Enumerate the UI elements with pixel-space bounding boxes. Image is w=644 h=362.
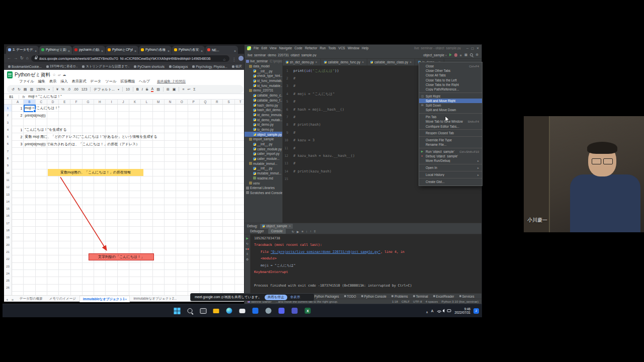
project-tree-item[interactable]: __init__.py xyxy=(245,166,282,171)
project-tree-item[interactable]: check_type_hint... xyxy=(245,73,282,78)
menu-item[interactable]: Help xyxy=(362,46,368,50)
text-color-button[interactable]: A xyxy=(151,87,153,92)
project-tree-item[interactable]: Scratches and Consoles xyxy=(245,191,282,196)
bookmark-star-icon[interactable] xyxy=(223,55,226,62)
browser-tab[interactable]: NE... xyxy=(205,46,238,54)
project-tree-item[interactable]: callable_demo_f... xyxy=(245,98,282,103)
column-header[interactable]: L xyxy=(141,100,152,104)
context-menu-item[interactable]: Move Tab to New Window Shift+F4 xyxy=(419,119,482,124)
menu-item[interactable]: Refactor xyxy=(305,46,317,50)
cell-col-a[interactable]: 1 xyxy=(12,128,24,132)
taskbar-app-icon[interactable] xyxy=(251,306,260,316)
font-select[interactable]: デフォルト... xyxy=(94,87,115,91)
cell-col-b[interactable]: print(id(moji)) xyxy=(24,114,45,117)
browser-tab[interactable]: PythonとCPyth... xyxy=(106,46,138,54)
context-menu-item[interactable]: Configure Editor Tabs... xyxy=(419,124,482,128)
taskbar-clock[interactable]: 9:46 2022/07/31 xyxy=(454,307,470,314)
column-header[interactable]: M xyxy=(153,100,165,104)
breadcrumb-item[interactable]: object_sample.py xyxy=(291,53,316,57)
status-widget[interactable]: 4 spaces xyxy=(426,300,438,303)
tab-close-icon[interactable] xyxy=(68,46,70,54)
align-icon[interactable] xyxy=(182,87,184,91)
tab-x-icon[interactable] xyxy=(362,60,364,64)
project-tree-item[interactable]: caller_import.py xyxy=(245,151,282,156)
undo-icon[interactable] xyxy=(12,87,15,91)
menu-item[interactable]: Window xyxy=(348,46,359,50)
cell-col-a[interactable]: 1 xyxy=(12,107,24,110)
search-everywhere-icon[interactable] xyxy=(470,53,473,56)
stop-icon[interactable]: ■ xyxy=(246,247,249,250)
project-tree-item[interactable]: caller_module... xyxy=(245,156,282,161)
stop-icon[interactable] xyxy=(301,230,303,233)
project-tree-item[interactable]: data_model xyxy=(245,64,282,69)
status-widget[interactable]: CRLF xyxy=(401,300,410,303)
taskbar-app-icon[interactable] xyxy=(198,306,208,316)
menu-item[interactable]: File xyxy=(254,46,259,50)
cell-col-a[interactable]: 2 xyxy=(12,114,24,117)
menu-item[interactable]: VCS xyxy=(339,46,345,50)
print-icon[interactable] xyxy=(24,87,27,91)
tab-close-icon[interactable] xyxy=(134,46,136,54)
project-tree-item[interactable]: callee_module.py xyxy=(245,146,282,151)
context-menu-item[interactable] xyxy=(419,113,482,114)
taskbar-app-icon[interactable] xyxy=(264,306,273,316)
project-tree-item[interactable]: External Libraries xyxy=(245,186,282,191)
move-folder-icon[interactable] xyxy=(58,73,60,77)
context-menu-item[interactable]: Close All Tabs xyxy=(419,73,482,77)
tool-window-button[interactable]: Python Console xyxy=(361,295,386,298)
tool-window-button[interactable]: Terminal xyxy=(413,295,428,298)
redo-icon[interactable] xyxy=(18,87,21,91)
taskbar-app-icon[interactable] xyxy=(185,306,195,316)
menu-item[interactable]: 編集 xyxy=(38,79,45,84)
project-tree-item[interactable]: id_func_mutable... xyxy=(245,83,282,88)
project-tree-item[interactable]: readme.md xyxy=(245,176,282,181)
project-tree-item[interactable]: mutable_immut... xyxy=(245,161,282,166)
project-tree-item[interactable]: id_func_immutab... xyxy=(245,78,282,83)
column-header[interactable]: F xyxy=(70,100,82,104)
column-header[interactable]: H xyxy=(94,100,106,104)
close-window-icon[interactable] xyxy=(476,46,479,50)
rerun-icon[interactable]: ↻ xyxy=(292,230,294,233)
bookmark-item[interactable]: Galapagos xyxy=(169,65,188,68)
menu-item[interactable]: 拡張機能 xyxy=(120,79,135,84)
spreadsheet-row[interactable]: 2 print(id(moji)) xyxy=(12,112,46,119)
view-options-icon[interactable]: ≡ xyxy=(314,230,316,233)
taskbar-app-icon[interactable] xyxy=(290,306,299,316)
wrap-icon[interactable] xyxy=(187,87,190,91)
context-menu-item[interactable]: Split Down xyxy=(419,103,482,108)
bookmark-item[interactable]: Psychology, Physica... xyxy=(192,65,227,68)
sheet-tab[interactable]: immutableなオブジェクト1 xyxy=(79,296,130,302)
project-tree-item[interactable]: hash_demo.py xyxy=(245,103,282,108)
file-link[interactable]: "D:/projects/live_seminar/demo_220731/ob… xyxy=(271,250,380,254)
menu-item[interactable]: View xyxy=(270,46,277,50)
increase-decimal-button[interactable]: .00 xyxy=(73,87,78,91)
number-format-button[interactable]: 123 xyxy=(82,87,88,91)
tab-x-icon[interactable] xyxy=(315,60,317,64)
project-tree-item[interactable]: import_sample xyxy=(245,137,282,142)
tab-x-icon[interactable] xyxy=(289,224,291,228)
project-tree-item[interactable]: venv xyxy=(245,180,282,186)
project-tree-item[interactable]: callable_demo_c... xyxy=(245,93,282,98)
context-menu-item[interactable]: Local History xyxy=(419,172,482,177)
column-header[interactable]: N xyxy=(165,100,176,104)
context-menu-item[interactable]: Open In xyxy=(419,165,482,170)
run-config-select[interactable]: object_sample xyxy=(423,53,447,57)
column-header[interactable]: E xyxy=(59,100,70,104)
context-menu-item[interactable]: Reopen Closed Tab xyxy=(419,131,482,135)
project-tree-item[interactable]: id_demo_immuta... xyxy=(245,113,282,118)
profile-avatar[interactable] xyxy=(238,56,244,61)
context-menu-item[interactable] xyxy=(419,93,482,93)
stop-sharing-button[interactable]: 共有を停止 xyxy=(265,295,287,300)
browser-tab[interactable]: Pythonの各実非... xyxy=(172,46,205,54)
sheet-tab[interactable]: immutableなオブジェクト2... xyxy=(130,296,180,302)
column-header[interactable]: K xyxy=(129,100,141,104)
column-header[interactable]: B xyxy=(24,100,35,104)
debug-tab[interactable]: Console xyxy=(268,229,286,234)
bold-button[interactable]: B xyxy=(136,87,139,91)
step-over-icon[interactable]: ↓ xyxy=(306,230,307,233)
bookmark-item[interactable]: ストリングネームな話題まで.. xyxy=(82,64,129,69)
status-widget[interactable]: 1:18 xyxy=(392,300,398,303)
column-header[interactable]: J xyxy=(118,100,129,104)
rerun-icon[interactable]: ▶ xyxy=(246,236,249,240)
tab-close-icon[interactable] xyxy=(201,46,203,54)
